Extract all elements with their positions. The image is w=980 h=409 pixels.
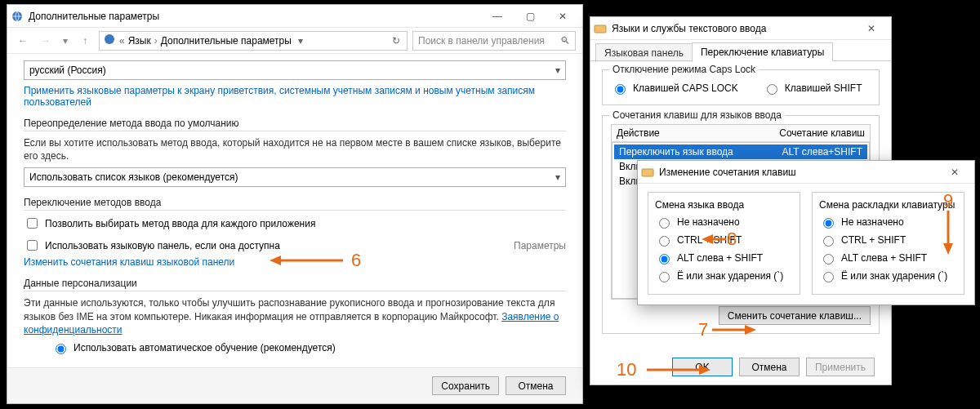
col2-title: Смена раскладки клавиатуры	[819, 199, 957, 211]
window-title: Языки и службы текстового ввода	[612, 23, 855, 34]
annotation-10: 10	[617, 359, 636, 380]
search-input[interactable]: Поиск в панели управления 🔍︎	[412, 31, 576, 51]
radio-caps-shift[interactable]: Клавишей SHIFT	[763, 82, 862, 95]
radio-auto-input[interactable]	[56, 344, 66, 354]
checkbox-per-app[interactable]: Позволить выбирать метод ввода для каждо…	[24, 216, 566, 231]
crumb-prefix: «	[119, 35, 125, 47]
checkbox-langbar-label: Использовать языковую панель, если она д…	[45, 240, 280, 251]
close-button[interactable]: ✕	[546, 7, 579, 26]
personal-desc-text: Эти данные используются, только чтобы ул…	[24, 297, 555, 322]
chevron-right-icon	[154, 35, 158, 47]
table-row[interactable]: Переключить язык ввода ALT слева+SHIFT	[614, 144, 867, 159]
refresh-button[interactable]: ↻	[389, 35, 403, 47]
group-hotkeys-legend: Сочетания клавиш для языков ввода	[609, 109, 785, 121]
arrow-9	[941, 211, 956, 258]
radio-caps-capslock-label: Клавишей CAPS LOCK	[633, 82, 738, 94]
group-capslock-legend: Отключение режима Caps Lock	[609, 64, 759, 75]
caption-buttons: — ▢ ✕	[481, 7, 579, 26]
arrow-10	[647, 362, 712, 380]
svg-marker-11	[943, 243, 953, 255]
radio-auto-learning[interactable]: Использовать автоматическое обучение (ре…	[51, 341, 566, 354]
params-link[interactable]: Параметры	[514, 240, 566, 251]
language-icon-small	[103, 33, 116, 48]
apply-to-welcome-link[interactable]: Применить языковые параметры к экрану пр…	[24, 85, 566, 108]
language-icon	[11, 10, 24, 23]
cancel-button[interactable]: Отмена	[506, 376, 566, 395]
language-combo-value: русский (Россия)	[29, 64, 106, 76]
search-placeholder: Поиск в панели управления	[418, 35, 545, 47]
search-icon: 🔍︎	[560, 35, 570, 47]
radio-layout-ctrl-shift[interactable]: CTRL + SHIFT	[819, 233, 957, 247]
override-description: Если вы хотите использовать метод ввода,…	[24, 136, 566, 162]
breadcrumb[interactable]: « Язык Дополнительные параметры ▾ ↻	[99, 31, 408, 51]
cancel-button[interactable]: Отмена	[739, 358, 800, 376]
maximize-button[interactable]: ▢	[514, 7, 546, 26]
section-personalization: Данные персонализации	[24, 278, 566, 291]
tab-keyboard-switch[interactable]: Переключение клавиатуры	[692, 42, 833, 61]
minimize-button[interactable]: —	[481, 7, 514, 26]
svg-marker-5	[270, 256, 281, 265]
arrow-8	[702, 232, 728, 249]
checkbox-langbar[interactable]: Использовать языковую панель, если она д…	[24, 238, 280, 253]
row-keys: ALT слева+SHIFT	[782, 146, 863, 158]
col1-title: Смена языка ввода	[655, 199, 793, 211]
tabstrip: Языковая панель Переключение клавиатуры	[590, 40, 891, 61]
radio-caps-shift-label: Клавишей SHIFT	[785, 82, 862, 94]
navbar: ← → ▾ ↑ « Язык Дополнительные параметры …	[7, 28, 582, 54]
window-title: Дополнительные параметры	[29, 11, 481, 22]
radio-lang-alt-shift[interactable]: ALT слева + SHIFT	[655, 251, 793, 265]
radio-auto-label: Использовать автоматическое обучение (ре…	[74, 342, 336, 353]
titlebar-change-combo: Изменение сочетания клавиш ✕	[638, 161, 974, 184]
radio-caps-capslock[interactable]: Клавишей CAPS LOCK	[611, 82, 738, 95]
radio-lang-none[interactable]: Не назначено	[655, 216, 793, 229]
svg-marker-9	[702, 234, 713, 244]
override-combo[interactable]: Использовать список языков (рекомендуетс…	[24, 167, 566, 187]
override-combo-value: Использовать список языков (рекомендуетс…	[29, 171, 238, 183]
save-button[interactable]: Сохранить	[432, 376, 499, 395]
radio-layout-accent[interactable]: Ё или знак ударения (`)	[819, 269, 957, 282]
checkbox-per-app-input[interactable]	[27, 218, 38, 229]
row-action: Переключить язык ввода	[619, 146, 733, 158]
annotation-6: 6	[351, 250, 361, 271]
group-capslock: Отключение режима Caps Lock Клавишей CAP…	[602, 69, 880, 105]
svg-rect-2	[595, 25, 606, 33]
annotation-9: 9	[943, 190, 953, 211]
radio-caps-capslock-input[interactable]	[615, 84, 626, 95]
titlebar-advanced: Дополнительные параметры — ▢ ✕	[7, 5, 582, 28]
titlebar-text-services: Языки и службы текстового ввода ✕	[590, 17, 891, 40]
checkbox-per-app-label: Позволить выбирать метод ввода для каждо…	[45, 218, 315, 229]
col-action: Действие	[612, 125, 774, 141]
annotation-8: 8	[727, 229, 737, 250]
tab-language-bar[interactable]: Языковая панель	[595, 43, 693, 62]
forward-button[interactable]: →	[37, 32, 55, 50]
section-override-default: Переопределение метода ввода по умолчани…	[24, 118, 566, 131]
crumb-language[interactable]: Язык	[128, 35, 151, 47]
keyboard-icon	[641, 166, 654, 179]
recent-menu[interactable]: ▾	[60, 32, 71, 50]
keyboard-icon	[594, 22, 607, 35]
crumb-advanced[interactable]: Дополнительные параметры	[161, 35, 292, 47]
svg-point-1	[105, 34, 114, 44]
addr-dropdown[interactable]: ▾	[295, 35, 306, 47]
arrow-6	[270, 253, 347, 270]
close-button[interactable]: ✕	[938, 162, 971, 182]
radio-lang-accent[interactable]: Ё или знак ударения (`)	[655, 269, 793, 282]
window-title: Изменение сочетания клавиш	[659, 167, 938, 178]
radio-layout-none[interactable]: Не назначено	[819, 216, 957, 229]
close-button[interactable]: ✕	[855, 19, 888, 38]
radio-layout-alt-shift[interactable]: ALT слева + SHIFT	[819, 251, 957, 265]
personalization-description: Эти данные используются, только чтобы ул…	[24, 296, 566, 336]
language-combo[interactable]: русский (Россия)	[24, 60, 566, 80]
svg-marker-13	[699, 365, 710, 375]
checkbox-langbar-input[interactable]	[27, 240, 38, 251]
section-switch-methods: Переключение методов ввода	[24, 197, 566, 211]
col-keys: Сочетание клавиш	[774, 125, 870, 141]
annotation-7: 7	[698, 319, 708, 340]
up-button[interactable]: ↑	[76, 32, 94, 50]
svg-rect-3	[642, 169, 653, 176]
radio-caps-shift-input[interactable]	[767, 84, 777, 95]
back-button[interactable]: ←	[14, 32, 32, 50]
svg-marker-7	[745, 325, 756, 335]
arrow-7	[712, 322, 757, 340]
apply-button[interactable]: Применить	[806, 358, 875, 376]
